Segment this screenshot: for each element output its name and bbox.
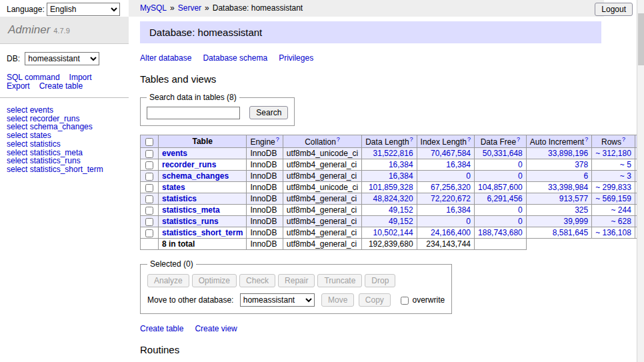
table-link-states[interactable]: states (162, 183, 185, 192)
repair-button[interactable]: Repair (278, 274, 315, 287)
app-version: 4.7.9 (53, 27, 69, 35)
table-link-statistics-short-term[interactable]: statistics_short_term (162, 228, 243, 237)
column-help-icon[interactable]: ? (467, 136, 471, 143)
table-link-statistics-meta[interactable]: statistics_meta (162, 205, 220, 215)
sidebar-select-statistics-short-term[interactable]: select statistics_short_term (7, 165, 122, 174)
cell-data-free: 50,331,648 (475, 148, 527, 159)
row-checkbox-cell (141, 171, 159, 182)
sidebar-select-statistics[interactable]: select statistics (7, 140, 122, 149)
cell-data-length: 10,502,144 (362, 227, 417, 239)
move-database-select[interactable]: homeassistant (240, 293, 315, 307)
row-checkbox[interactable] (145, 173, 153, 181)
search-input[interactable] (147, 107, 240, 119)
vertical-scrollbar[interactable] (637, 0, 644, 362)
cell-collation: utf8mb4_general_ci (283, 171, 361, 182)
cell-data-length: 16,384 (362, 171, 417, 182)
table-link-statistics[interactable]: statistics (162, 194, 197, 203)
adminer-page: { "chrome": { "language_label": "Languag… (0, 0, 644, 362)
table-link-statistics-runs[interactable]: statistics_runs (162, 217, 219, 226)
table-link-events[interactable]: events (162, 149, 187, 158)
cell-table-name: recorder_runs (159, 159, 247, 171)
column-help-icon[interactable]: ? (585, 136, 588, 143)
scrollbar-thumb[interactable] (638, 13, 644, 65)
overwrite-control: overwrite (399, 295, 445, 305)
rows-select-link[interactable]: ~ 628 (611, 217, 631, 226)
selected-fieldset: Selected (0) AnalyzeOptimizeCheckRepairT… (140, 259, 452, 314)
column-help-icon[interactable]: ? (410, 136, 413, 143)
breadcrumb-link-server[interactable]: Server (178, 3, 201, 13)
column-help-icon[interactable]: ? (517, 136, 520, 143)
column-help-icon[interactable]: ? (276, 136, 279, 143)
sidebar-link-import[interactable]: Import (69, 73, 92, 82)
cell-table-name: statistics_meta (159, 205, 247, 216)
table-head: TableEngine?Collation?Data Length?Index … (141, 135, 644, 148)
search-button[interactable]: Search (249, 106, 288, 119)
cell-data-free: 0 (475, 216, 527, 227)
cell-engine: InnoDB (247, 148, 283, 159)
link-create-table[interactable]: Create table (140, 324, 183, 333)
row-checkbox[interactable] (145, 195, 153, 203)
tables-overview-table: TableEngine?Collation?Data Length?Index … (140, 135, 644, 250)
select-all-checkbox[interactable] (145, 138, 153, 146)
search-fieldset: Search data in tables (8) Search (140, 93, 295, 126)
cell-rows: ~ 3 (592, 171, 635, 182)
rows-select-link[interactable]: ~ 3 (620, 171, 631, 181)
truncate-button[interactable]: Truncate (317, 274, 362, 287)
sidebar-select-events[interactable]: select events (7, 106, 122, 115)
row-checkbox[interactable] (145, 218, 153, 226)
sidebar-table-links: select eventsselect recorder_runsselect … (7, 106, 122, 174)
column-help-icon[interactable]: ? (337, 136, 340, 143)
column-help-icon[interactable]: ? (622, 136, 625, 143)
cell-data-length: 48,824,320 (362, 193, 417, 205)
rows-select-link[interactable]: ~ 299,833 (595, 183, 631, 192)
move-label: Move to other database: (147, 295, 233, 305)
table-row-statistics: statisticsInnoDButf8mb4_general_ci48,824… (141, 193, 644, 205)
action-database-schema[interactable]: Database schema (203, 53, 267, 63)
cell-engine: InnoDB (247, 171, 283, 182)
rows-select-link[interactable]: ~ 244 (611, 205, 631, 215)
column-label: Data Free (481, 137, 516, 147)
rows-select-link[interactable]: ~ 136,108 (595, 228, 631, 237)
drop-button[interactable]: Drop (365, 274, 395, 287)
move-button[interactable]: Move (321, 293, 354, 307)
sidebar-select-states[interactable]: select states (7, 131, 122, 140)
overwrite-checkbox[interactable] (401, 297, 409, 305)
rows-select-link[interactable]: ~ 5 (620, 160, 631, 169)
language-select[interactable]: English (47, 3, 120, 16)
cell-collation: utf8mb4_unicode_ci (283, 148, 361, 159)
row-checkbox[interactable] (145, 207, 153, 215)
row-checkbox[interactable] (145, 229, 153, 237)
cell-auto-increment: 6 (526, 171, 591, 182)
analyze-button[interactable]: Analyze (147, 274, 189, 287)
db-label: DB: (7, 54, 20, 63)
cell-rows: ~ 244 (592, 205, 635, 216)
cell-data-length: 49,152 (362, 216, 417, 227)
db-select[interactable]: homeassistant (25, 52, 99, 65)
table-link-recorder-runs[interactable]: recorder_runs (162, 160, 216, 169)
optimize-button[interactable]: Optimize (192, 274, 237, 287)
logout-button[interactable]: Logout (595, 3, 633, 16)
breadcrumb-link-mysql[interactable]: MySQL (140, 3, 167, 13)
sidebar-link-export[interactable]: Export (7, 81, 30, 91)
check-button[interactable]: Check (239, 274, 275, 287)
column-label: Rows (601, 137, 621, 147)
cell-auto-increment: 33,898,196 (526, 148, 591, 159)
sidebar-link-create-table[interactable]: Create table (39, 81, 83, 91)
table-body: eventsInnoDButf8mb4_unicode_ci31,522,816… (141, 148, 644, 250)
row-checkbox-cell (141, 182, 159, 193)
cell-data-free: 0 (475, 159, 527, 171)
link-create-view[interactable]: Create view (195, 324, 237, 333)
cell-table-name: statistics_short_term (159, 227, 247, 239)
table-link-schema-changes[interactable]: schema_changes (162, 171, 229, 181)
row-checkbox[interactable] (145, 150, 153, 158)
action-privileges[interactable]: Privileges (279, 53, 313, 63)
action-alter-database[interactable]: Alter database (140, 53, 191, 63)
copy-button[interactable]: Copy (359, 293, 391, 307)
cell-auto-increment: 378 (526, 159, 591, 171)
row-checkbox[interactable] (145, 161, 153, 169)
rows-select-link[interactable]: ~ 312,180 (595, 149, 631, 158)
sidebar-link-sql-command[interactable]: SQL command (7, 73, 60, 82)
row-checkbox-cell (141, 227, 159, 239)
row-checkbox[interactable] (145, 184, 153, 192)
rows-select-link[interactable]: ~ 569,159 (595, 194, 631, 203)
